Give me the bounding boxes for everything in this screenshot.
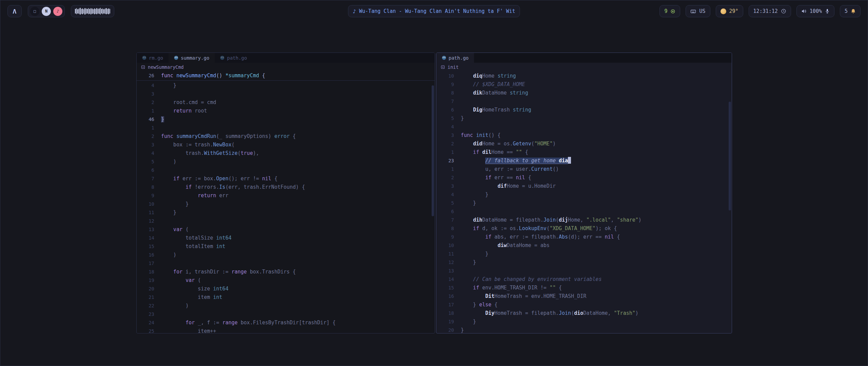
code-line: 16 DitHomeTrash = env.HOME_TRASH_DIR [436, 292, 732, 301]
line-number: 3 [137, 141, 161, 149]
visualizer-bar [80, 8, 81, 15]
workspace-3[interactable]: ♪ [53, 7, 62, 16]
app-launcher-button[interactable]: Λ [7, 5, 22, 17]
line-number: 46 [137, 115, 161, 124]
line-number: 20 [137, 285, 161, 293]
line-number: 9 [436, 233, 461, 241]
visualizer-bar [91, 8, 92, 15]
line-number: 19 [137, 276, 161, 285]
symbol-icon [441, 65, 445, 69]
line-number: 3 [436, 131, 461, 140]
line-number: 18 [436, 309, 461, 318]
visualizer-bar [92, 8, 93, 14]
notifications-pill[interactable]: 5 [840, 5, 861, 17]
weather-pill[interactable]: 29° [716, 5, 743, 17]
code-line: 4 trash.WithGetSize(true), [137, 149, 435, 158]
line-number: 19 [436, 318, 461, 326]
visualizer-bar [93, 9, 94, 14]
line-number: 18 [137, 268, 161, 276]
code-line: 14 // Can be changed by environment vari… [436, 275, 732, 284]
volume-pill[interactable]: 100% [796, 5, 834, 17]
code-line: 2 if err == nil { [436, 174, 732, 182]
code-line: 19 } [436, 318, 732, 326]
breadcrumb-symbol: newSummaryCmd [148, 64, 184, 70]
line-number: 16 [137, 251, 161, 259]
scrollbar-thumb[interactable] [729, 102, 731, 210]
sticky-context-line: 26 func newSummaryCmd() *summaryCmd { [137, 71, 435, 81]
line-number: 5 [436, 199, 461, 207]
audio-visualizer-pill[interactable] [71, 5, 114, 17]
tab-path.go[interactable]: path.go [215, 53, 252, 63]
code-line: 46} [137, 115, 435, 124]
line-number: 8 [436, 224, 461, 233]
workspace-2[interactable]: N [42, 7, 51, 16]
line-number: 4 [137, 149, 161, 158]
line-number: 13 [137, 225, 161, 234]
line-number: 2 [436, 140, 461, 148]
record-dot-icon [670, 9, 675, 14]
code-line: 14 totalSize int64 [137, 234, 435, 242]
media-title: Wu-Tang Clan - Wu-Tang Clan Ain't Nuthin… [359, 8, 515, 14]
visualizer-bar [75, 9, 76, 14]
code-line: 4 } [137, 81, 435, 90]
code-line: 2 didHome = os.Getenv("HOME") [436, 140, 732, 148]
notification-count: 5 [845, 8, 848, 14]
code-line: 3 difHome = u.HomeDir [436, 182, 732, 190]
go-file-icon [174, 56, 178, 60]
line-number: 12 [137, 217, 161, 225]
tab-path.go[interactable]: path.go [436, 53, 474, 63]
top-bar-left: Λ □N♪ [7, 5, 114, 17]
code-line: 7 [436, 97, 732, 106]
visualizer-bar [82, 8, 83, 14]
recording-indicator-pill[interactable]: 9 [659, 5, 680, 17]
line-number: 1 [137, 124, 161, 132]
left-editor: rm.gosummary.gopath.go newSummaryCmd 26 … [136, 53, 435, 333]
clock-pill[interactable]: 12:31:12 [749, 5, 791, 17]
visualizer-bar [95, 9, 96, 14]
line-number: 4 [137, 81, 161, 90]
code-line: 6 [436, 207, 732, 216]
tab-label: rm.go [149, 55, 163, 61]
line-number: 5 [436, 114, 461, 123]
code-line: 1 u, err := user.Current() [436, 165, 732, 174]
keyboard-icon [690, 9, 696, 14]
code-line: 3 [137, 90, 435, 98]
code-line: 8 dikDataHome string [436, 89, 732, 97]
scrollbar-thumb[interactable] [432, 85, 434, 216]
tab-rm.go[interactable]: rm.go [137, 53, 169, 63]
line-number: 4 [436, 123, 461, 131]
code-line: 12 } [436, 258, 732, 267]
top-bar: Λ □N♪ ♪ Wu-Tang Clan - Wu-Tang Clan Ain'… [0, 0, 868, 22]
left-editor-code: 4 }32 root.cmd = cmd1 return root46}12fu… [137, 81, 435, 333]
code-line: 22 ) [137, 302, 435, 310]
line-number: 9 [137, 191, 161, 200]
code-line: 16 ) [137, 251, 435, 259]
right-editor: path.go init 10 diqHome string9 // $XDG_… [436, 53, 732, 333]
line-number: 17 [436, 301, 461, 309]
go-file-icon [442, 56, 446, 60]
left-editor-tabs: rm.gosummary.gopath.go [137, 53, 435, 63]
code-line: 13 [436, 267, 732, 275]
keyboard-layout-pill[interactable]: US [686, 5, 710, 17]
recording-count: 9 [664, 8, 667, 14]
code-line: 21 item int [137, 293, 435, 302]
code-line: 9 // $XDG_DATA_HOME [436, 80, 732, 89]
visualizer-bar [89, 9, 90, 14]
tab-summary.go[interactable]: summary.go [169, 53, 215, 63]
media-player-pill[interactable]: ♪ Wu-Tang Clan - Wu-Tang Clan Ain't Nuth… [348, 5, 520, 17]
code-line: 2func summaryCmdRun(_ summaryOptions) er… [137, 132, 435, 141]
go-file-icon [142, 56, 146, 60]
line-number: 6 [436, 207, 461, 216]
visualizer-bar [106, 8, 107, 14]
volume-value: 100% [810, 8, 822, 14]
code-line: 17 [137, 259, 435, 268]
visualizer-bar [83, 9, 84, 14]
line-number: 16 [436, 292, 461, 301]
workspace-1[interactable]: □ [30, 7, 39, 16]
visualizer-bar [99, 8, 100, 14]
visualizer-bar [100, 8, 101, 15]
code-line: 15 if env.HOME_TRASH_DIR != "" { [436, 284, 732, 292]
line-number: 17 [137, 259, 161, 268]
code-line: 10 diwDataHome = abs [436, 241, 732, 250]
line-number: 11 [137, 208, 161, 217]
